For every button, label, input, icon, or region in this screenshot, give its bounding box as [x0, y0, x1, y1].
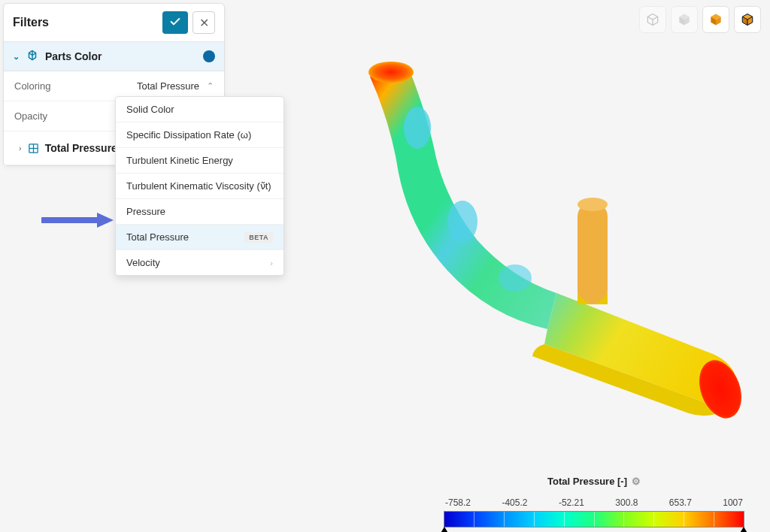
parts-color-icon — [26, 50, 39, 63]
view-toolbar — [639, 6, 761, 33]
header-buttons: ✕ — [162, 11, 215, 34]
color-legend: Total Pressure [-] ⚙ -758.2-405.2-52.213… — [444, 474, 744, 527]
dropdown-item-label: Total Pressure — [126, 231, 189, 243]
close-button[interactable]: ✕ — [192, 11, 215, 34]
dropdown-item[interactable]: Velocity› — [116, 250, 283, 275]
legend-tick: 1007 — [723, 497, 743, 508]
opacity-label: Opacity — [14, 110, 47, 122]
legend-ticks: -758.2-405.2-52.21300.8653.71007 — [444, 497, 744, 508]
chevron-right-icon: › — [19, 144, 22, 153]
cube-shaded-icon — [708, 12, 723, 27]
view-shaded-button[interactable] — [702, 6, 729, 33]
dropdown-item[interactable]: Turbulent Kinetic Energy — [116, 148, 283, 174]
beta-badge: BETA — [244, 232, 273, 243]
coloring-label: Coloring — [14, 80, 50, 92]
view-fit-button[interactable] — [639, 6, 666, 33]
view-wireframe-button[interactable] — [734, 6, 761, 33]
color-swatch[interactable] — [203, 50, 215, 62]
filters-title: Filters — [13, 16, 49, 29]
cube-solid-icon — [677, 12, 692, 27]
filters-header: Filters ✕ — [4, 4, 224, 42]
dropdown-item[interactable]: Turbulent Kinematic Viscosity (ν̃t) — [116, 174, 283, 199]
parts-color-section[interactable]: ⌄ Parts Color — [4, 42, 224, 71]
view-solid-button[interactable] — [671, 6, 698, 33]
legend-bar — [444, 511, 744, 527]
legend-tick: 300.8 — [615, 497, 638, 508]
chevron-right-icon: › — [270, 258, 273, 268]
legend-tick: 653.7 — [669, 497, 692, 508]
chevron-down-icon: ⌄ — [13, 52, 20, 62]
grid-icon — [28, 143, 39, 154]
svg-point-5 — [368, 62, 414, 83]
coloring-select[interactable]: Total Pressure ⌃ — [137, 80, 214, 92]
dropdown-item[interactable]: Specific Dissipation Rate (ω) — [116, 122, 283, 148]
dropdown-item-label: Solid Color — [126, 104, 174, 115]
cube-outline-icon — [645, 12, 660, 27]
dropdown-item[interactable]: Solid Color — [116, 97, 283, 122]
legend-max-handle[interactable] — [739, 527, 748, 532]
dropdown-item-label: Turbulent Kinetic Energy — [126, 155, 233, 166]
legend-tick: -758.2 — [445, 497, 471, 508]
legend-title: Total Pressure [-] — [547, 476, 627, 487]
parts-color-label: Parts Color — [45, 50, 102, 62]
close-icon: ✕ — [199, 16, 209, 30]
confirm-button[interactable] — [162, 11, 188, 34]
legend-min-handle[interactable] — [440, 527, 449, 532]
coloring-value: Total Pressure — [137, 80, 199, 92]
legend-tick: -405.2 — [502, 497, 527, 508]
cube-wire-icon — [740, 12, 755, 27]
svg-marker-4 — [97, 213, 114, 228]
svg-rect-10 — [578, 203, 608, 304]
coloring-dropdown: Solid ColorSpecific Dissipation Rate (ω)… — [115, 96, 284, 276]
svg-point-11 — [578, 198, 608, 211]
dropdown-item-label: Velocity — [126, 257, 160, 268]
svg-point-8 — [499, 264, 532, 292]
dropdown-item-label: Turbulent Kinematic Viscosity (ν̃t) — [126, 180, 271, 192]
check-icon — [169, 16, 181, 30]
gear-icon[interactable]: ⚙ — [632, 476, 641, 487]
svg-point-6 — [404, 107, 431, 149]
legend-title-row: Total Pressure [-] ⚙ — [547, 476, 641, 487]
legend-tick: -52.21 — [559, 497, 584, 508]
dropdown-item[interactable]: Pressure — [116, 199, 283, 225]
dropdown-item[interactable]: Total PressureBETA — [116, 225, 283, 250]
chevron-up-icon: ⌃ — [207, 81, 214, 91]
viewport-3d[interactable] — [286, 45, 752, 443]
annotation-arrow — [41, 212, 114, 228]
dropdown-item-label: Specific Dissipation Rate (ω) — [126, 129, 251, 141]
svg-point-7 — [447, 201, 477, 243]
dropdown-item-label: Pressure — [126, 206, 165, 217]
parts-color-left: ⌄ Parts Color — [13, 50, 102, 63]
tree-total-pressure-label: Total Pressure — [45, 142, 117, 154]
